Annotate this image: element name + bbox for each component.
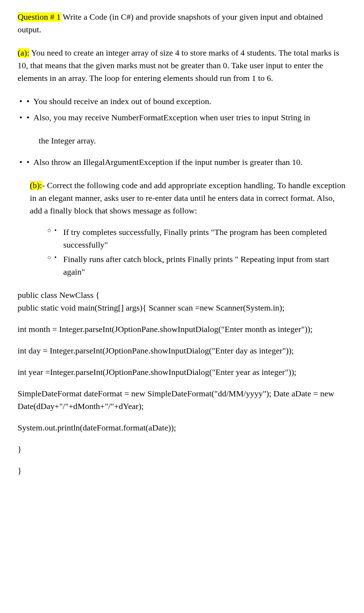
question-label: Question # 1 — [18, 12, 61, 21]
code-line: public static void main(String[] args){ … — [18, 301, 346, 314]
part-a-bullets: You should receive an index out of bound… — [18, 95, 346, 124]
bullet-item: Also throw an IllegalArgumentException i… — [33, 156, 346, 168]
sub-bullet-item: Finally runs after catch block, prints F… — [63, 253, 346, 278]
sub-bullet-item: If try completes successfully, Finally p… — [63, 226, 346, 251]
bullet-text: Also, you may receive NumberFormatExcept… — [33, 113, 310, 122]
question-intro: Question # 1 Write a Code (in C#) and pr… — [18, 11, 346, 36]
part-a-paragraph: (a): You need to create an integer array… — [18, 46, 346, 84]
bullet-text: You should receive an index out of bound… — [33, 97, 211, 106]
code-line: int year =Integer.parseInt(JOptionPane.s… — [18, 366, 346, 378]
part-b-text: - Correct the following code and add app… — [30, 181, 345, 215]
bullet-item: You should receive an index out of bound… — [33, 95, 346, 108]
bullet-continuation: the Integer array. — [18, 134, 346, 147]
code-line: } — [18, 464, 346, 477]
part-a-bullets-continued: Also throw an IllegalArgumentException i… — [18, 156, 346, 168]
sub-bullet-text: Finally runs after catch block, prints F… — [63, 253, 346, 278]
code-line: int day = Integer.parseInt(JOptionPane.s… — [18, 344, 346, 357]
bullet-item: Also, you may receive NumberFormatExcept… — [33, 111, 346, 124]
bullet-text: Also throw an IllegalArgumentException i… — [33, 158, 303, 167]
part-a-text: You need to create an integer array of s… — [18, 48, 339, 83]
part-b-paragraph: (b):- Correct the following code and add… — [18, 179, 346, 217]
code-line: public class NewClass { — [18, 289, 346, 301]
code-line: } — [18, 443, 346, 455]
code-block: public class NewClass { public static vo… — [18, 289, 346, 477]
part-b-label: (b): — [30, 181, 42, 190]
code-line: SimpleDateFormat dateFormat = new Simple… — [18, 387, 346, 413]
part-b-sub-bullets: If try completes successfully, Finally p… — [18, 226, 346, 278]
code-line: System.out.println(dateFormat.format(aDa… — [18, 421, 346, 434]
part-a-label: (a): — [18, 48, 29, 57]
code-line: int month = Integer.parseInt(JOptionPane… — [18, 323, 346, 336]
sub-bullet-text: If try completes successfully, Finally p… — [63, 226, 346, 251]
question-intro-text: Write a Code (in C#) and provide snapsho… — [18, 12, 323, 34]
